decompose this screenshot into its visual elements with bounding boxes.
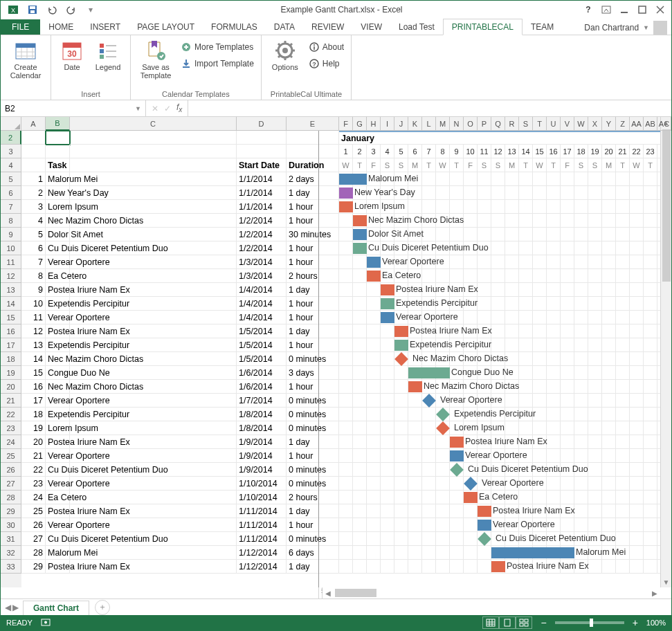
cell[interactable]: Ea Cetero xyxy=(46,491,70,504)
cell[interactable] xyxy=(574,241,588,255)
cell[interactable]: Lorem Ipsum xyxy=(46,421,70,435)
cell[interactable]: 19 xyxy=(21,421,46,435)
cell[interactable]: 1/6/2014 xyxy=(237,380,287,394)
cell[interactable] xyxy=(616,186,630,200)
column-header[interactable]: H xyxy=(367,117,381,131)
row-header[interactable]: 26 xyxy=(1,463,21,477)
cell[interactable] xyxy=(616,172,630,186)
cell[interactable] xyxy=(450,228,464,241)
cell[interactable] xyxy=(630,297,644,311)
zoom-level[interactable]: 100% xyxy=(646,619,666,627)
cell[interactable]: 2 xyxy=(21,186,46,200)
row-header[interactable]: 23 xyxy=(1,421,21,435)
cell[interactable] xyxy=(491,200,505,214)
column-header[interactable]: X xyxy=(588,117,602,131)
cell[interactable] xyxy=(602,463,616,477)
cell[interactable] xyxy=(630,560,644,574)
cell[interactable] xyxy=(588,214,602,228)
cell[interactable] xyxy=(436,504,450,518)
cell[interactable]: 1/4/2014 xyxy=(237,283,287,297)
cell[interactable] xyxy=(394,504,408,518)
ribbon-tab-home[interactable]: HOME xyxy=(40,19,82,35)
row-header[interactable]: 7 xyxy=(1,200,21,214)
column-header[interactable]: W xyxy=(574,117,588,131)
cell[interactable]: 15 xyxy=(21,366,46,380)
cell[interactable] xyxy=(602,380,616,394)
cell[interactable] xyxy=(450,546,464,560)
column-header[interactable]: C xyxy=(70,117,237,131)
row-header[interactable]: 3 xyxy=(1,145,21,158)
ribbon-tab-formulas[interactable]: FORMULAS xyxy=(203,19,266,35)
cell[interactable] xyxy=(381,421,394,435)
cell[interactable] xyxy=(381,324,394,338)
cell[interactable] xyxy=(588,186,602,200)
cell[interactable]: T xyxy=(353,158,367,172)
cell[interactable] xyxy=(408,394,422,408)
cell[interactable]: 2 hours xyxy=(287,269,339,283)
cell[interactable] xyxy=(533,283,547,297)
cell[interactable] xyxy=(519,491,533,504)
cell[interactable] xyxy=(519,380,533,394)
column-header[interactable]: R xyxy=(505,117,519,131)
cell[interactable] xyxy=(644,186,657,200)
cell[interactable]: 11 xyxy=(21,311,46,324)
cell[interactable]: F xyxy=(464,158,478,172)
cell[interactable] xyxy=(381,477,394,491)
row-header[interactable]: 10 xyxy=(1,241,21,255)
cell[interactable] xyxy=(602,504,616,518)
cell[interactable] xyxy=(519,352,533,366)
cell[interactable]: Postea Iriure Nam Ex xyxy=(46,560,70,574)
cell[interactable] xyxy=(547,394,561,408)
cell[interactable]: Verear Oportere xyxy=(46,255,70,269)
cell[interactable] xyxy=(533,186,547,200)
cell[interactable] xyxy=(644,491,657,504)
cell[interactable] xyxy=(70,297,237,311)
cell[interactable] xyxy=(450,518,464,532)
cell[interactable] xyxy=(478,297,491,311)
cell[interactable]: 1 day xyxy=(287,283,339,297)
cell[interactable] xyxy=(464,518,478,532)
cell[interactable] xyxy=(602,311,616,324)
cell[interactable] xyxy=(602,560,616,574)
cell[interactable] xyxy=(561,200,574,214)
cell[interactable] xyxy=(422,269,436,283)
cell[interactable] xyxy=(519,338,533,352)
cell[interactable] xyxy=(339,463,353,477)
cell[interactable]: 1 hour xyxy=(287,255,339,269)
cell[interactable] xyxy=(602,491,616,504)
cell[interactable] xyxy=(574,338,588,352)
cell[interactable] xyxy=(630,200,644,214)
cell[interactable] xyxy=(339,366,353,380)
cell[interactable] xyxy=(644,504,657,518)
cell[interactable] xyxy=(630,172,644,186)
cell[interactable]: 17 xyxy=(561,145,574,158)
cell[interactable] xyxy=(533,394,547,408)
cell[interactable]: Start Date xyxy=(237,158,287,172)
cell[interactable] xyxy=(478,311,491,324)
cell[interactable] xyxy=(602,228,616,241)
cell[interactable] xyxy=(588,324,602,338)
cell[interactable]: W xyxy=(436,158,450,172)
cell[interactable] xyxy=(602,394,616,408)
cell[interactable]: 21 xyxy=(616,145,630,158)
cell[interactable] xyxy=(574,311,588,324)
cell[interactable] xyxy=(574,255,588,269)
cell[interactable] xyxy=(70,421,237,435)
cell[interactable] xyxy=(464,532,478,546)
cell[interactable] xyxy=(450,172,464,186)
cell[interactable] xyxy=(478,255,491,269)
view-page-layout-icon[interactable] xyxy=(499,616,516,629)
scroll-thumb[interactable] xyxy=(662,129,671,282)
cell[interactable] xyxy=(644,324,657,338)
cell[interactable]: 1/9/2014 xyxy=(237,435,287,449)
cell[interactable] xyxy=(422,449,436,463)
cell[interactable] xyxy=(450,491,464,504)
cell[interactable] xyxy=(422,504,436,518)
cell[interactable] xyxy=(519,366,533,380)
cell[interactable] xyxy=(339,518,353,532)
cell[interactable] xyxy=(561,491,574,504)
cell[interactable]: Cu Duis Diceret Petentium Duo xyxy=(46,532,70,546)
cell[interactable]: 5 xyxy=(21,228,46,241)
cell[interactable]: 0 minutes xyxy=(287,408,339,421)
cell[interactable]: Verear Oportere xyxy=(46,449,70,463)
